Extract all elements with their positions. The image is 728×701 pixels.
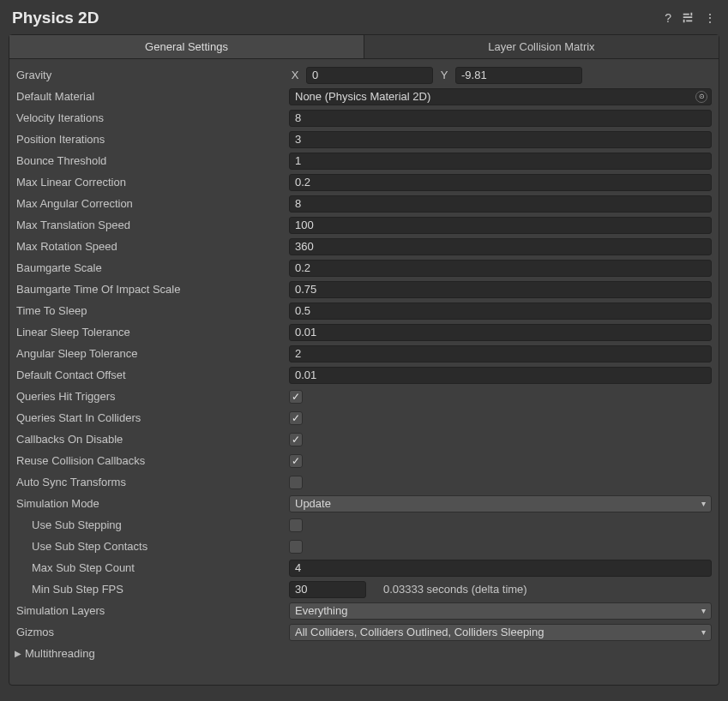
max-rotation-speed-input[interactable] (289, 238, 712, 255)
min-sub-step-fps-hint: 0.03333 seconds (delta time) (371, 583, 527, 596)
label-queries-hit-triggers: Queries Hit Triggers (15, 390, 289, 403)
linear-sleep-tolerance-input[interactable] (289, 324, 712, 341)
use-sub-step-contacts-checkbox[interactable] (289, 540, 303, 554)
label-time-to-sleep: Time To Sleep (15, 304, 289, 317)
label-default-material: Default Material (15, 90, 289, 103)
panel-title: Physics 2D (12, 9, 665, 27)
tab-content: Gravity X Y Default Material None (Physi… (9, 59, 719, 669)
label-gizmos: Gizmos (15, 626, 289, 638)
label-baumgarte-toi-scale: Baumgarte Time Of Impact Scale (15, 283, 289, 296)
max-sub-step-count-input[interactable] (289, 560, 712, 577)
use-sub-stepping-checkbox[interactable] (289, 518, 303, 532)
max-translation-speed-input[interactable] (289, 217, 712, 234)
row-default-material: Default Material None (Physics Material … (13, 86, 715, 107)
simulation-layers-select[interactable]: Everything (289, 602, 712, 620)
default-contact-offset-input[interactable] (289, 367, 712, 384)
tab-general-settings[interactable]: General Settings (9, 35, 364, 58)
angular-sleep-tolerance-input[interactable] (289, 345, 712, 362)
label-queries-start-in-colliders: Queries Start In Colliders (15, 411, 289, 424)
label-min-sub-step-fps: Min Sub Step FPS (15, 583, 289, 596)
label-simulation-mode: Simulation Mode (15, 497, 289, 510)
gizmos-select[interactable]: All Colliders, Colliders Outlined, Colli… (289, 624, 712, 641)
label-callbacks-on-disable: Callbacks On Disable (15, 433, 289, 446)
time-to-sleep-input[interactable] (289, 303, 712, 320)
object-picker-icon[interactable]: ⊙ (695, 91, 707, 103)
min-sub-step-fps-input[interactable] (289, 581, 366, 598)
label-angular-sleep-tolerance: Angular Sleep Tolerance (15, 347, 289, 360)
panel-header: Physics 2D ? ⋮ (0, 0, 728, 34)
row-gravity: Gravity X Y (13, 64, 715, 86)
tabs: General Settings Layer Collision Matrix (9, 35, 719, 59)
menu-icon[interactable]: ⋮ (704, 11, 716, 25)
tab-layer-collision-matrix[interactable]: Layer Collision Matrix (364, 35, 719, 58)
label-use-sub-stepping: Use Sub Stepping (15, 518, 289, 531)
label-gravity: Gravity (15, 69, 289, 81)
label-velocity-iterations: Velocity Iterations (15, 111, 289, 124)
settings-icon[interactable] (682, 11, 694, 26)
bounce-threshold-input[interactable] (289, 153, 712, 170)
label-max-sub-step-count: Max Sub Step Count (15, 561, 289, 574)
reuse-collision-callbacks-checkbox[interactable] (289, 454, 303, 468)
gravity-y-label: Y (438, 69, 450, 81)
baumgarte-scale-input[interactable] (289, 260, 712, 277)
baumgarte-toi-scale-input[interactable] (289, 281, 712, 298)
max-angular-correction-input[interactable] (289, 195, 712, 213)
foldout-multithreading[interactable]: ▶ Multithreading (13, 643, 715, 664)
position-iterations-input[interactable] (289, 131, 712, 148)
queries-start-in-colliders-checkbox[interactable] (289, 411, 303, 425)
label-default-contact-offset: Default Contact Offset (15, 368, 289, 381)
label-position-iterations: Position Iterations (15, 133, 289, 146)
settings-panel: General Settings Layer Collision Matrix … (9, 34, 719, 686)
gravity-x-input[interactable] (306, 67, 433, 84)
label-max-linear-correction: Max Linear Correction (15, 176, 289, 189)
queries-hit-triggers-checkbox[interactable] (289, 390, 303, 404)
velocity-iterations-input[interactable] (289, 110, 712, 127)
label-reuse-collision-callbacks: Reuse Collision Callbacks (15, 454, 289, 467)
label-max-rotation-speed: Max Rotation Speed (15, 240, 289, 253)
header-icons: ? ⋮ (665, 11, 716, 26)
label-bounce-threshold: Bounce Threshold (15, 154, 289, 167)
label-multithreading: Multithreading (25, 647, 95, 660)
label-use-sub-step-contacts: Use Sub Step Contacts (15, 540, 289, 553)
label-simulation-layers: Simulation Layers (15, 604, 289, 617)
simulation-mode-select[interactable]: Update (289, 495, 712, 512)
max-linear-correction-input[interactable] (289, 174, 712, 191)
label-auto-sync-transforms: Auto Sync Transforms (15, 476, 289, 488)
gravity-x-label: X (289, 69, 301, 81)
foldout-arrow-icon: ▶ (15, 649, 25, 658)
label-max-angular-correction: Max Angular Correction (15, 197, 289, 210)
help-icon[interactable]: ? (665, 11, 671, 25)
label-max-translation-speed: Max Translation Speed (15, 219, 289, 231)
gravity-y-input[interactable] (455, 67, 582, 84)
label-baumgarte-scale: Baumgarte Scale (15, 261, 289, 274)
callbacks-on-disable-checkbox[interactable] (289, 433, 303, 446)
auto-sync-transforms-checkbox[interactable] (289, 476, 303, 489)
label-linear-sleep-tolerance: Linear Sleep Tolerance (15, 326, 289, 339)
default-material-field[interactable]: None (Physics Material 2D) ⊙ (289, 88, 712, 105)
